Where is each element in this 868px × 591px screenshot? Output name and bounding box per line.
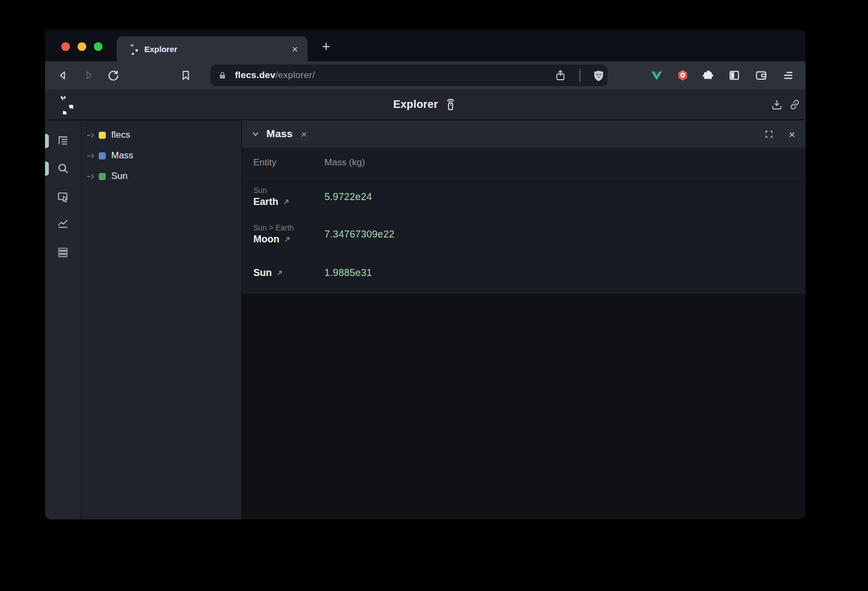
tree-item-label: Sun xyxy=(111,171,127,182)
mass-value: 5.9722e24 xyxy=(324,191,806,203)
tab-bar: Explorer × + xyxy=(45,30,806,61)
expand-arrow-icon[interactable] xyxy=(87,131,95,139)
entity-link[interactable]: Moon xyxy=(253,234,279,245)
address-bar[interactable]: flecs.dev/explorer/ xyxy=(210,65,608,86)
entity-link[interactable]: Sun xyxy=(253,267,272,279)
entity-color-swatch xyxy=(99,152,106,159)
query-title: Mass xyxy=(266,128,293,140)
empty-panel-area xyxy=(242,293,806,519)
divider xyxy=(579,69,580,82)
query-close-button[interactable]: × xyxy=(301,129,307,139)
tree-item-label: Mass xyxy=(111,150,133,161)
sidebar-toggle-button[interactable] xyxy=(728,69,741,82)
memory-button[interactable] xyxy=(56,246,69,259)
open-entity-arrow-icon[interactable] xyxy=(284,236,291,243)
browser-window: Explorer × + flecs.dev/explor xyxy=(45,30,806,519)
app-header: Explorer xyxy=(45,89,806,120)
stats-chart-button[interactable] xyxy=(56,217,69,230)
browser-toolbar: flecs.dev/explorer/ xyxy=(45,61,806,89)
expand-arrow-icon[interactable] xyxy=(87,152,95,160)
forward-button[interactable] xyxy=(82,69,94,81)
tree-item-label: flecs xyxy=(111,130,130,140)
sidebar xyxy=(45,120,81,519)
expand-arrow-icon[interactable] xyxy=(87,172,95,181)
close-window-button[interactable] xyxy=(61,42,70,51)
panel-close-button[interactable]: × xyxy=(789,129,795,140)
download-button[interactable] xyxy=(770,98,783,111)
remote-connection-icon xyxy=(444,98,457,111)
search-button[interactable] xyxy=(56,162,69,175)
url-path: /explorer/ xyxy=(276,70,315,80)
copy-link-button[interactable] xyxy=(788,98,801,111)
tree-item-sun[interactable]: Sun xyxy=(81,166,241,187)
query-panel: Mass × × Entity Mass (kg) Sun xyxy=(241,120,806,519)
flecs-favicon-icon xyxy=(126,43,138,55)
table-header: Entity Mass (kg) xyxy=(242,147,806,178)
fullscreen-button[interactable] xyxy=(764,129,774,139)
table-row: Sun Earth 5.9722e24 xyxy=(242,178,806,215)
entity-tree-panel: flecs Mass Sun xyxy=(81,120,241,519)
mass-value: 1.9885e31 xyxy=(324,267,806,279)
column-header-entity: Entity xyxy=(253,157,324,168)
table-row: Sun > Earth Moon 7.34767309e22 xyxy=(242,215,806,253)
page-title: Explorer xyxy=(393,98,438,111)
bookmark-button[interactable] xyxy=(180,69,192,82)
url-host: flecs.dev xyxy=(235,70,276,80)
query-results-table: Sun Earth 5.9722e24 Sun > Earth xyxy=(242,178,806,293)
hexagon-extension-icon[interactable] xyxy=(676,69,689,82)
active-indicator xyxy=(45,134,49,148)
vue-devtools-extension-icon[interactable] xyxy=(650,69,663,82)
tab-explorer[interactable]: Explorer × xyxy=(117,36,308,61)
table-row: Sun 1.9885e31 xyxy=(242,253,806,293)
collapse-chevron-down-icon[interactable] xyxy=(251,130,260,138)
tree-view-button[interactable] xyxy=(56,134,69,147)
active-indicator xyxy=(45,162,49,176)
extensions-puzzle-button[interactable] xyxy=(702,69,714,82)
open-entity-arrow-icon[interactable] xyxy=(283,198,290,205)
entity-link[interactable]: Earth xyxy=(253,196,278,208)
brave-shield-button[interactable] xyxy=(592,69,605,82)
entity-color-swatch xyxy=(99,173,106,180)
entity-parent-path: Sun xyxy=(253,186,324,195)
column-header-mass: Mass (kg) xyxy=(324,157,365,168)
refresh-button[interactable] xyxy=(107,69,120,82)
content-area: flecs Mass Sun xyxy=(45,120,806,519)
tab-title: Explorer xyxy=(144,44,290,54)
tab-close-button[interactable]: × xyxy=(290,43,300,55)
tree-item-mass[interactable]: Mass xyxy=(81,145,241,166)
wallet-button[interactable] xyxy=(755,69,768,82)
url-text: flecs.dev/explorer/ xyxy=(235,70,315,81)
menu-button[interactable] xyxy=(782,69,794,82)
back-button[interactable] xyxy=(57,69,69,81)
open-entity-arrow-icon[interactable] xyxy=(276,269,283,277)
query-panel-header: Mass × × xyxy=(242,120,806,147)
mass-value: 7.34767309e22 xyxy=(324,229,806,240)
minimize-window-button[interactable] xyxy=(78,42,86,51)
new-tab-button[interactable]: + xyxy=(317,37,335,55)
entity-parent-path: Sun > Earth xyxy=(253,223,324,232)
lock-icon xyxy=(218,70,227,80)
share-button[interactable] xyxy=(554,69,567,82)
tree-item-flecs[interactable]: flecs xyxy=(81,125,241,145)
entity-color-swatch xyxy=(99,132,106,139)
window-controls xyxy=(61,42,103,51)
inspector-button[interactable] xyxy=(56,190,69,203)
zoom-window-button[interactable] xyxy=(94,42,103,51)
